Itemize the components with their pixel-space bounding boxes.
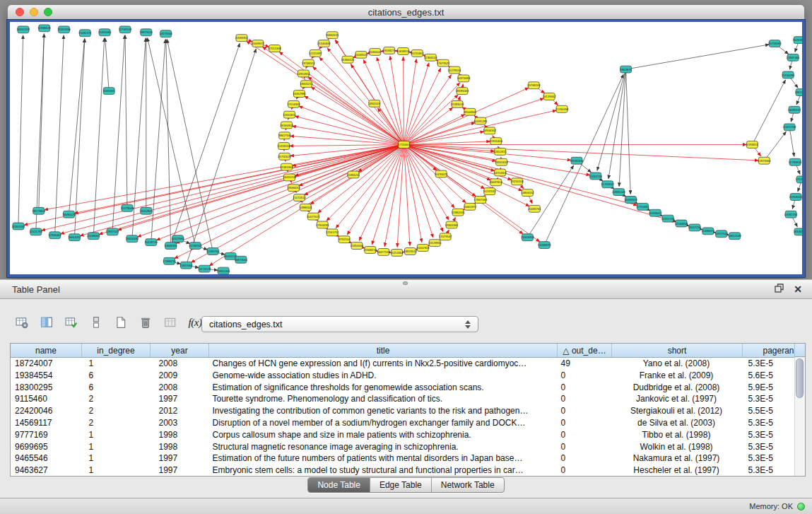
graph-node[interactable]: 20687652	[489, 179, 502, 186]
graph-node[interactable]: 19951306	[217, 267, 230, 274]
graph-node[interactable]: 18748209	[527, 82, 541, 89]
graph-node[interactable]: 1832023	[369, 100, 381, 107]
graph-node[interactable]: 9862744	[278, 132, 290, 139]
graph-node[interactable]: 20361594	[12, 223, 25, 230]
column-header-name[interactable]: name	[11, 344, 82, 358]
graph-node[interactable]: 15486072	[702, 228, 715, 235]
graph-node[interactable]: 14350904	[297, 70, 310, 77]
graph-node[interactable]: 11084042	[369, 48, 382, 55]
zoom-window-button[interactable]	[44, 8, 52, 16]
graph-node[interactable]: 20935146	[612, 189, 625, 196]
graph-node[interactable]: 16555103	[17, 26, 30, 33]
graph-node[interactable]: 1593851	[746, 141, 758, 148]
graph-node[interactable]: 20211853	[411, 49, 424, 57]
tab-node-table[interactable]: Node Table	[308, 478, 370, 492]
graph-node[interactable]: 11237011	[483, 188, 497, 195]
graph-node[interactable]: 21837460	[787, 54, 800, 61]
table-row[interactable]: 1830029562008Estimation of significance …	[11, 382, 806, 394]
graph-node[interactable]: 12215397	[309, 49, 322, 57]
graph-node[interactable]: 17079547	[439, 233, 452, 240]
graph-node[interactable]: 22051734	[661, 215, 675, 222]
graph-node[interactable]: 18544941	[464, 108, 477, 115]
graph-node[interactable]: 21905404	[489, 138, 502, 145]
graph-node[interactable]: 21033522	[355, 51, 368, 58]
graph-node[interactable]: 19565618	[495, 158, 508, 165]
graph-node[interactable]: 14806552	[521, 189, 534, 197]
graph-node[interactable]: 12610651	[283, 111, 296, 118]
graph-node[interactable]: 22148063	[87, 233, 100, 240]
graph-node[interactable]: 13246870	[538, 242, 551, 249]
graph-node[interactable]: 15837064	[180, 262, 193, 269]
graph-node[interactable]: 18923514	[404, 248, 417, 255]
graph-node[interactable]: 15228730	[144, 239, 158, 246]
close-window-button[interactable]	[16, 8, 24, 16]
graph-node[interactable]: 12366103	[424, 54, 437, 61]
graph-node[interactable]: 1864874	[620, 66, 632, 73]
graph-node[interactable]: 10236075	[435, 170, 448, 177]
graph-node[interactable]: 10927534	[714, 230, 728, 238]
column-header-short[interactable]: short	[612, 344, 743, 358]
graph-node[interactable]: 18340517	[794, 228, 802, 235]
graph-node[interactable]: 15092371	[78, 30, 92, 37]
graph-node[interactable]: 18267490	[57, 26, 71, 33]
graph-node[interactable]: 17936402	[48, 232, 61, 239]
graph-node[interactable]: 16873041	[235, 256, 248, 263]
graph-node[interactable]: 17903295	[316, 221, 329, 228]
graph-node[interactable]: 14527083	[171, 235, 184, 243]
graph-node[interactable]: 12882005	[452, 209, 465, 216]
graph-node[interactable]: 20748315	[189, 243, 202, 250]
graph-node[interactable]: 12161752	[326, 229, 339, 236]
graph-node[interactable]: 18573904	[32, 207, 45, 214]
graph-node[interactable]: 21279048	[121, 204, 134, 211]
graph-node[interactable]: 14638554	[396, 47, 410, 54]
graph-node[interactable]: 16201835	[793, 37, 802, 44]
table-row[interactable]: 1938455462009Genome-wide association stu…	[11, 370, 806, 382]
table-row[interactable]: 2242004622012Investigating the contribut…	[11, 405, 806, 417]
graph-node[interactable]: 15394211	[347, 171, 360, 178]
graph-node[interactable]: 15950004	[351, 243, 364, 250]
splitter-handle[interactable]	[403, 281, 408, 285]
graph-node[interactable]: 19086053	[287, 185, 300, 192]
row-selector-button[interactable]	[87, 313, 105, 332]
graph-node[interactable]: 15063748	[589, 173, 603, 180]
graph-node[interactable]: 2061065	[103, 88, 115, 95]
graph-node[interactable]: 19674052	[795, 89, 802, 96]
graph-node[interactable]: 19338271	[382, 47, 396, 54]
graph-node[interactable]: 19748553	[302, 59, 315, 66]
graph-node[interactable]: 11938026	[38, 25, 52, 32]
graph-node[interactable]: 12652615	[493, 148, 507, 156]
graph-node[interactable]: 21949214	[364, 247, 377, 254]
graph-node[interactable]: 15583018	[451, 100, 464, 107]
graph-node[interactable]: 11705832	[601, 181, 615, 188]
graph-node[interactable]: 20093741	[528, 205, 541, 212]
graph-node[interactable]: 17847063	[474, 197, 488, 204]
table-row[interactable]: 946362711997Embryonic stem cells: a mode…	[11, 465, 806, 477]
graph-node[interactable]: 16842011	[326, 32, 339, 39]
float-panel-icon[interactable]	[775, 283, 784, 296]
graph-node[interactable]: 9792554	[339, 236, 351, 243]
graph-node[interactable]: 20415768	[783, 124, 796, 131]
graph-node[interactable]: 16328457	[649, 209, 662, 216]
graph-node[interactable]: 21760058	[555, 105, 569, 112]
graph-node[interactable]: 20732625	[278, 153, 291, 160]
graph-node[interactable]: 12973064	[758, 157, 771, 164]
edit-table-button[interactable]	[62, 313, 81, 332]
graph-node[interactable]: 11350286	[782, 71, 795, 78]
graph-node[interactable]: 12837519	[106, 228, 119, 235]
scrollbar-thumb[interactable]	[796, 358, 804, 398]
graph-node[interactable]: 13052861	[140, 207, 153, 214]
column-header-out_de[interactable]: △ out_de…	[558, 344, 612, 358]
graph-node[interactable]: 14268503	[624, 197, 637, 204]
graph-node[interactable]: 12564908	[675, 220, 688, 227]
graph-node[interactable]: 16366321	[341, 56, 355, 63]
table-row[interactable]: 969969511998Structural magnetic resonanc…	[11, 441, 806, 453]
graph-node[interactable]: 13129934	[428, 240, 442, 247]
graph-node[interactable]: 16477531	[377, 249, 390, 256]
graph-node[interactable]: 16906162	[483, 127, 497, 134]
graph-node[interactable]: 11381902	[280, 163, 293, 170]
graph-node[interactable]: 21172612	[293, 194, 306, 201]
graph-node[interactable]: 15661972	[464, 203, 477, 210]
close-panel-icon[interactable]: ✕	[794, 284, 802, 294]
graph-node[interactable]: 19582306	[570, 157, 584, 164]
graph-node[interactable]: 17554300	[287, 100, 300, 107]
